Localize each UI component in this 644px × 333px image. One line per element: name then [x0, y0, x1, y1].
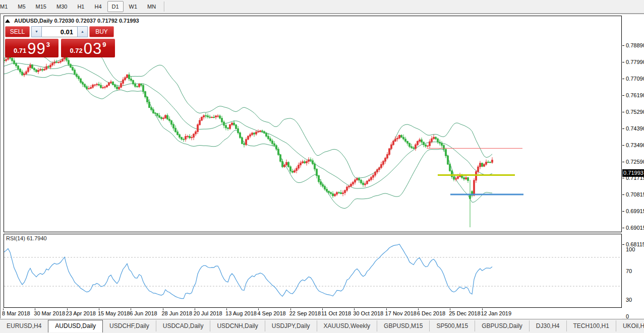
time-tick-label: 11 Oct 2018	[321, 310, 351, 316]
price-tick-mark	[622, 112, 624, 112]
price-tick-label: 0.71715	[626, 175, 644, 181]
price-tick-label: 0.77990	[626, 59, 644, 65]
time-tick-label: 13 Aug 2018	[225, 310, 257, 316]
time-tick-label: 30 Mar 2018	[34, 310, 65, 316]
one-click-trading-panel: SELL ▼ ▲ BUY 0.71 99 3 0.72	[5, 26, 115, 57]
price-axis[interactable]: 0.71993 0.788900.779900.770900.761900.75…	[622, 16, 644, 308]
price-tick-label: 0.74390	[626, 125, 644, 131]
buy-price-big: 03	[84, 41, 102, 56]
rsi-tick-label: 100	[626, 246, 635, 252]
price-tick-mark	[622, 162, 624, 162]
price-tick-mark	[622, 62, 624, 62]
timeframe-button-h4[interactable]: H4	[90, 1, 106, 12]
time-tick-label: 8 Mar 2018	[2, 310, 30, 316]
sell-price-prefix: 0.71	[14, 47, 26, 54]
chart-ohlc-values: 0.72030 0.72037 0.71792 0.71993	[54, 18, 139, 24]
time-tick-label: 23 Apr 2018	[66, 310, 96, 316]
price-tick-label: 0.69015	[626, 225, 644, 231]
time-tick-label: 15 May 2018	[98, 310, 130, 316]
price-tick-mark	[622, 194, 624, 195]
volume-input[interactable]	[42, 26, 77, 37]
chart-tab-bar: EURUSD,H4AUDUSD,DailyUSDCHF,DailyUSDCAD,…	[0, 319, 644, 333]
timeframe-button-m15[interactable]: M15	[31, 1, 51, 12]
rsi-tick-label: 70	[626, 268, 632, 274]
price-tick-mark	[622, 128, 624, 129]
price-tick-mark	[622, 178, 624, 178]
buy-price-quote[interactable]: 0.72 03 9	[61, 39, 115, 57]
price-tick-label: 0.75290	[626, 109, 644, 115]
price-tick-label: 0.73490	[626, 142, 644, 148]
timeframe-button-w1[interactable]: W1	[125, 1, 142, 12]
timeframe-button-mn[interactable]: MN	[143, 1, 160, 12]
time-tick-label: 25 Dec 2018	[449, 310, 480, 316]
sell-price-big: 99	[27, 41, 45, 56]
price-tick-mark	[622, 145, 624, 146]
timeframe-button-m30[interactable]: M30	[52, 1, 72, 12]
chart-tab-usdcad-daily[interactable]: USDCAD,Daily	[156, 320, 210, 331]
chart-tab-gbpusd-daily[interactable]: GBPUSD,Daily	[475, 320, 529, 331]
time-tick-label: 6 Dec 2018	[417, 310, 445, 316]
sell-button[interactable]: SELL	[5, 26, 30, 37]
time-tick-label: 22 Sep 2018	[289, 310, 321, 316]
timeframe-button-d1[interactable]: D1	[107, 1, 124, 12]
chart-tab-usdchf-daily[interactable]: USDCHF,Daily	[103, 320, 156, 331]
chart-tab-usdjpy-daily[interactable]: USDJPY,Daily	[265, 320, 317, 331]
chart-title: AUDUSD,Daily 0.72030 0.72037 0.71792 0.7…	[14, 18, 139, 24]
volume-increase-button[interactable]: ▲	[77, 26, 88, 37]
price-tick-label: 0.76190	[626, 92, 644, 98]
time-axis[interactable]: 8 Mar 201830 Mar 201823 Apr 201815 May 2…	[1, 308, 622, 319]
rsi-line-chart	[4, 234, 621, 307]
price-tick-mark	[622, 228, 624, 228]
time-tick-label: 20 Jul 2018	[194, 310, 222, 316]
time-tick-label: 4 Sep 2018	[257, 310, 285, 316]
time-tick-label: 17 Nov 2018	[385, 310, 417, 316]
price-tick-mark	[622, 244, 624, 245]
price-tick-label: 0.72590	[626, 159, 644, 165]
time-tick-label: 28 Jun 2018	[162, 310, 193, 316]
chart-tab-eurusd-h4[interactable]: EURUSD,H4	[0, 320, 48, 331]
chart-tab-dj30-h4[interactable]: DJ30,H4	[529, 320, 566, 331]
chart-tab-audusd-daily[interactable]: AUDUSD,Daily	[48, 320, 103, 332]
time-tick-label: 12 Jan 2019	[481, 310, 512, 316]
time-tick-label: 30 Oct 2018	[353, 310, 383, 316]
buy-price-sup: 9	[102, 41, 106, 48]
chart-tab-xauusd-weekly[interactable]: XAUUSD,Weekly	[317, 320, 377, 331]
price-chart-pane[interactable]: AUDUSD,Daily 0.72030 0.72037 0.71792 0.7…	[4, 16, 622, 232]
toolbar-separator	[164, 2, 165, 12]
sell-price-quote[interactable]: 0.71 99 3	[5, 39, 58, 57]
buy-price-prefix: 0.72	[70, 47, 82, 54]
price-tick-label: 0.70815	[626, 191, 644, 197]
rsi-indicator-pane[interactable]: RSI(14) 61.7940	[4, 234, 622, 308]
price-tick-label: 0.69915	[626, 208, 644, 214]
chart-tab-usdcnh-daily[interactable]: USDCNH,Daily	[210, 320, 264, 331]
price-tick-mark	[622, 79, 624, 79]
chevron-down-icon: ▼	[35, 30, 38, 33]
chart-symbol-label: AUDUSD,Daily	[14, 18, 52, 24]
timeframe-toolbar: M1M5M15M30H1H4D1W1MN	[0, 0, 644, 14]
price-tick-mark	[622, 45, 624, 46]
rsi-tick-label: 30	[626, 297, 632, 303]
timeframe-button-h1[interactable]: H1	[73, 1, 89, 12]
chart-tab-tech100-h1[interactable]: TECH100,H1	[566, 320, 616, 331]
chart-tab-gbpusd-m15[interactable]: GBPUSD,M15	[377, 320, 429, 331]
price-tick-mark	[622, 95, 624, 96]
chart-shift-marker-icon	[5, 19, 10, 23]
volume-decrease-button[interactable]: ▼	[31, 26, 42, 37]
chart-tab-sp500-m15[interactable]: SP500,M15	[429, 320, 475, 331]
price-tick-label: 0.78890	[626, 42, 644, 48]
chart-tab-ukoil-h1[interactable]: UKOil,H1	[616, 320, 644, 331]
timeframe-button-m1[interactable]: M1	[0, 1, 12, 12]
rsi-indicator-label: RSI(14) 61.7940	[6, 235, 47, 241]
chart-window: AUDUSD,Daily 0.72030 0.72037 0.71792 0.7…	[0, 14, 644, 318]
time-tick-label: 6 Jun 2018	[130, 310, 157, 316]
timeframe-button-m5[interactable]: M5	[13, 1, 30, 12]
sell-price-sup: 3	[46, 41, 50, 48]
chevron-up-icon: ▲	[81, 30, 84, 33]
price-tick-mark	[622, 211, 624, 212]
buy-button[interactable]: BUY	[89, 26, 114, 37]
price-tick-label: 0.77090	[626, 76, 644, 82]
